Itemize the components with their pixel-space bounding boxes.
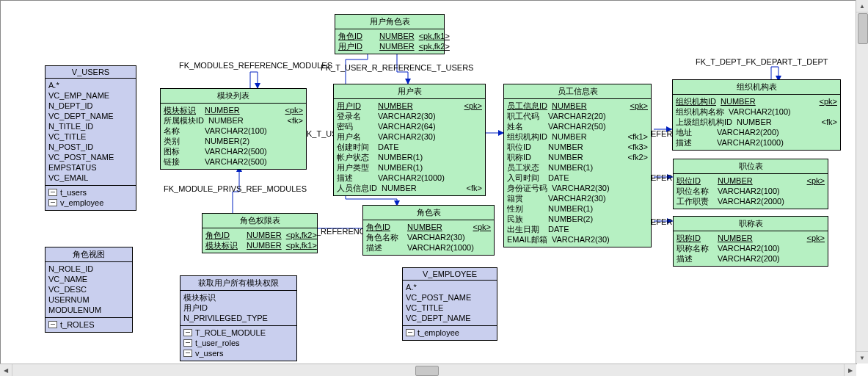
entity-title: 角色权限表: [203, 214, 317, 228]
entity-title: 角色表: [363, 206, 494, 220]
entity-title: V_USERS: [45, 66, 136, 79]
fk-label: EFER: [651, 173, 672, 182]
entity-columns: N_ROLE_ID VC_NAME VC_DESC USERNUM MODULE…: [45, 262, 132, 317]
entity-columns: A.* VC_EMP_NAME N_DEPT_ID VC_DEPT_NAME N…: [45, 79, 136, 185]
entity-v-employee[interactable]: V_EMPLOYEE A.* VC_POST_NAME VC_TITLE VC_…: [402, 267, 497, 341]
scroll-right-icon[interactable]: ▶: [844, 364, 856, 376]
entity-user-role[interactable]: 用户角色表 角色IDNUMBER<pk,fk1> 用户IDNUMBER<pk,f…: [335, 14, 445, 54]
scroll-down-icon[interactable]: ▼: [856, 351, 868, 364]
entity-title: 用户角色表: [335, 15, 444, 29]
fk-label: FK_MODULES_REFERENCE_MODULES: [179, 61, 332, 70]
entity-columns: 职称IDNUMBER<pk> 职称名称VARCHAR2(100) 描述VARCH…: [674, 231, 828, 266]
table-ref-icon: [183, 350, 192, 357]
entity-columns: 员工信息IDNUMBER<pk> 职工代码VARCHAR2(20) 姓名VARC…: [504, 99, 651, 247]
entity-title: 用户表: [334, 84, 485, 99]
table-ref-icon: [406, 329, 415, 336]
entity-columns: 角色IDNUMBER<pk> 角色名称VARCHAR2(30) 描述VARCHA…: [363, 220, 494, 255]
entity-title: 员工信息表: [504, 84, 651, 99]
scroll-left-icon[interactable]: ◀: [0, 364, 12, 376]
entity-title: 组织机构表: [673, 80, 840, 95]
entity-columns: A.* VC_POST_NAME VC_TITLE VC_DEPT_NAME: [403, 281, 497, 325]
fk-label: FK_MODULE_PRIVS_REF_MODULES: [164, 184, 307, 193]
table-ref-icon: [48, 199, 57, 206]
entity-columns: 模块标识 用户ID N_PRIVILEGED_TYPE: [180, 291, 296, 325]
entity-title: 角色视图: [45, 247, 132, 262]
entity-proc-privs[interactable]: 获取用户所有模块权限 模块标识 用户ID N_PRIVILEGED_TYPE T…: [180, 275, 297, 361]
entity-role-view[interactable]: 角色视图 N_ROLE_ID VC_NAME VC_DESC USERNUM M…: [45, 247, 133, 333]
table-ref-icon: [48, 321, 57, 328]
entity-post[interactable]: 职位表 职位IDNUMBER<pk> 职位名称VARCHAR2(100) 工作职…: [673, 159, 828, 209]
entity-columns: 角色IDNUMBER<pk,fk1> 用户IDNUMBER<pk,fk2>: [335, 29, 444, 54]
entity-users[interactable]: 用户表 用户IDNUMBER<pk> 登录名VARCHAR2(30) 密码VAR…: [333, 84, 486, 196]
vertical-scroll-thumb[interactable]: [858, 13, 868, 44]
horizontal-scrollbar[interactable]: ◀ ▶: [0, 364, 856, 376]
scroll-up-icon[interactable]: ▲: [856, 0, 868, 12]
entity-title: 获取用户所有模块权限: [180, 276, 296, 291]
fk-label: EFER: [651, 129, 672, 138]
entity-modules[interactable]: 模块列表 模块标识NUMBER<pk> 所属模块IDNUMBER<fk> 名称V…: [160, 88, 307, 170]
entity-title: 模块列表: [161, 89, 306, 104]
entity-role-privs[interactable]: 角色权限表 角色IDNUMBER<pk,fk2> 模块标识NUMBER<pk,f…: [202, 213, 318, 253]
entity-columns: 角色IDNUMBER<pk,fk2> 模块标识NUMBER<pk,fk1>: [203, 228, 317, 253]
fk-label: FK_T_DEPT_FK_DEPART_T_DEPT: [696, 57, 828, 66]
horizontal-scroll-thumb[interactable]: [415, 366, 439, 376]
entity-columns: 职位IDNUMBER<pk> 职位名称VARCHAR2(100) 工作职责VAR…: [674, 174, 828, 209]
entity-title: V_EMPLOYEE: [403, 268, 497, 281]
table-ref-icon: [183, 329, 192, 336]
entity-columns: 用户IDNUMBER<pk> 登录名VARCHAR2(30) 密码VARCHAR…: [334, 99, 485, 195]
fk-label: FK_T_USER_R_REFERENCE_T_USERS: [321, 63, 473, 72]
diagram-canvas[interactable]: FK_MODULES_REFERENCE_MODULES FK_T_USER_R…: [0, 0, 857, 364]
table-ref-icon: [48, 189, 57, 196]
entity-columns: 模块标识NUMBER<pk> 所属模块IDNUMBER<fk> 名称VARCHA…: [161, 104, 306, 169]
entity-dept[interactable]: 组织机构表 组织机构IDNUMBER<pk> 组织机构名称VARCHAR2(10…: [672, 79, 841, 151]
entity-title-table[interactable]: 职称表 职称IDNUMBER<pk> 职称名称VARCHAR2(100) 描述V…: [673, 216, 828, 267]
fk-label: EFER: [651, 217, 672, 226]
table-ref-icon: [183, 339, 192, 347]
entity-roles[interactable]: 角色表 角色IDNUMBER<pk> 角色名称VARCHAR2(30) 描述VA…: [362, 205, 495, 256]
entity-v-users[interactable]: V_USERS A.* VC_EMP_NAME N_DEPT_ID VC_DEP…: [45, 65, 136, 211]
entity-title: 职称表: [674, 217, 828, 231]
entity-columns: 组织机构IDNUMBER<pk> 组织机构名称VARCHAR2(100) 上级组…: [673, 95, 840, 150]
entity-title: 职位表: [674, 159, 828, 174]
vertical-scrollbar[interactable]: ▲ ▼: [856, 0, 868, 364]
entity-employee[interactable]: 员工信息表 员工信息IDNUMBER<pk> 职工代码VARCHAR2(20) …: [503, 84, 652, 247]
